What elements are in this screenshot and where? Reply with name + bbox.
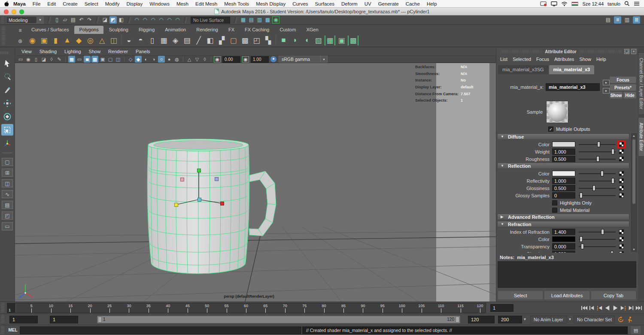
playback-end-field[interactable]: 120 — [468, 316, 495, 323]
view-transform-select[interactable]: sRGB gamma▼ — [279, 56, 328, 63]
render-settings-icon[interactable]: ▩ — [264, 16, 271, 24]
script-editor-icon[interactable]: ▤ — [631, 326, 641, 334]
live-surface-field[interactable]: No Live Surface — [191, 17, 230, 24]
texture-map-icon[interactable] — [619, 178, 624, 183]
hungarian-flag-icon[interactable] — [571, 2, 578, 6]
attribute-editor-menu-help[interactable]: Help — [595, 57, 610, 62]
poly-cube-icon[interactable]: ▣ — [39, 35, 49, 46]
poly-sphere-icon[interactable]: ◉ — [27, 35, 38, 46]
layout-single-pane[interactable]: ▢ — [2, 158, 13, 166]
custom-manipulator-tool[interactable] — [1, 137, 13, 149]
slider-color[interactable] — [579, 142, 616, 147]
slider-knob[interactable] — [611, 178, 614, 184]
wireframe-icon[interactable]: ◇ — [127, 56, 134, 63]
mirror-icon[interactable]: ◰ — [251, 35, 262, 46]
status-line-grip[interactable] — [1, 16, 4, 24]
spotlight-search-icon[interactable] — [624, 1, 630, 6]
scale-tool[interactable] — [1, 124, 13, 136]
panel-menu-view[interactable]: View — [18, 48, 36, 54]
modeling-toolkit-toggle-icon[interactable]: ≣ — [633, 16, 640, 24]
panel-menu-lighting[interactable]: Lighting — [61, 48, 85, 54]
shelf-tab-rendering[interactable]: Rendering — [191, 26, 223, 34]
texture-map-icon[interactable] — [619, 186, 624, 190]
menubar-item-maya[interactable]: Maya — [10, 1, 29, 6]
color-management-icon[interactable]: ● — [270, 56, 276, 62]
menubar-item-file[interactable]: File — [29, 1, 44, 6]
layout-previous[interactable]: ▭ — [2, 222, 13, 230]
attribute-editor-scrollbar[interactable]: ▲ ▼ — [631, 133, 637, 252]
texture-map-icon[interactable] — [619, 244, 624, 249]
value-field-index-of-refraction[interactable]: 1.400 — [552, 229, 575, 235]
slider-glossiness[interactable] — [579, 251, 616, 253]
display-icon[interactable] — [551, 1, 557, 6]
shelf-tab-rigging[interactable]: Rigging — [134, 26, 159, 34]
zoom-window-button[interactable] — [19, 9, 24, 14]
menubar-item-edit[interactable]: Edit — [44, 1, 59, 6]
play-forwards-button[interactable] — [612, 305, 619, 311]
range-options-dropdown-arrow[interactable]: ▼ — [522, 316, 528, 323]
uv-editor-icon[interactable]: ▣ — [336, 35, 347, 46]
slider-glossy-samples[interactable] — [579, 193, 616, 198]
gamma-toggle-icon[interactable]: ◉ — [242, 56, 249, 63]
notification-center-icon[interactable] — [634, 1, 640, 6]
paint-select-tool[interactable] — [1, 84, 13, 96]
slider-knob[interactable] — [611, 149, 614, 154]
mug-mesh[interactable] — [147, 139, 276, 274]
redo-icon[interactable]: ↷ — [86, 16, 93, 24]
attribute-editor-menu-selected[interactable]: Selected — [511, 57, 535, 62]
joint-xray-icon[interactable]: ◊ — [201, 56, 208, 63]
texture-map-icon[interactable] — [619, 193, 624, 198]
shadows-icon[interactable]: ● — [166, 56, 173, 63]
menubar-item-windows[interactable]: Windows — [146, 1, 173, 6]
checkbox-metal-material[interactable] — [552, 208, 557, 213]
xray-icon[interactable]: ▽ — [194, 56, 200, 63]
copy-tab-button[interactable]: Copy Tab — [591, 291, 636, 300]
menubar-item-modify[interactable]: Modify — [102, 1, 123, 6]
slider-color[interactable] — [579, 236, 616, 242]
quad-draw-icon[interactable]: ▞ — [216, 35, 227, 46]
cut-uv-icon[interactable]: ▩ — [348, 36, 358, 45]
current-time-indicator[interactable]: 1 — [7, 303, 16, 313]
command-language-label[interactable]: MEL — [6, 328, 20, 332]
camera-attributes-icon[interactable]: ◉ — [25, 56, 32, 63]
scrollbar-thumb[interactable] — [632, 139, 635, 204]
slider-transparency[interactable] — [579, 244, 616, 249]
panel-menu-panels[interactable]: Panels — [132, 48, 154, 54]
shelf-menu-icon[interactable]: ≡ — [18, 27, 21, 33]
step-forward-key-button[interactable] — [620, 305, 627, 311]
hide-button[interactable]: Hide — [623, 92, 636, 99]
section-header-reflection[interactable]: ▼Reflection — [497, 163, 629, 169]
snap-to-view-plane-icon[interactable]: ◠ — [166, 16, 173, 24]
manip-handle-green[interactable] — [197, 169, 201, 172]
gamma-field[interactable]: 1.00 — [251, 56, 269, 63]
planar-mapping-icon[interactable]: ■ — [278, 35, 289, 46]
layout-persp-uv[interactable]: ◰ — [2, 211, 13, 220]
play-backwards-button[interactable] — [604, 305, 611, 311]
slider-reflectivity[interactable] — [579, 178, 616, 184]
manip-handle-red[interactable] — [220, 202, 224, 205]
range-slider-grip[interactable] — [1, 315, 4, 324]
go-to-start-button[interactable] — [581, 305, 588, 311]
node-name-field[interactable]: mia_material_x3 — [546, 83, 600, 91]
menubar-item-edit-mesh[interactable]: Edit Mesh — [192, 1, 221, 6]
isolate-select-icon[interactable]: △ — [186, 56, 193, 63]
range-start-handle[interactable] — [98, 317, 102, 323]
shelf-tab-custom[interactable]: Custom — [275, 26, 301, 34]
scrollbar-down-icon[interactable]: ▼ — [632, 248, 636, 251]
tool-settings-toggle-icon[interactable]: ≡ — [614, 16, 621, 24]
render-current-frame-icon[interactable]: ▤ — [248, 16, 255, 24]
attribute-editor-menu-list[interactable]: List — [499, 57, 511, 62]
scrollbar-up-icon[interactable]: ▲ — [632, 134, 636, 137]
shaded-icon[interactable]: ◆ — [135, 56, 142, 63]
color-swatch-color[interactable] — [552, 142, 575, 147]
select-object-icon[interactable]: ◩ — [109, 16, 117, 24]
select-button[interactable]: Select — [498, 291, 543, 300]
output-connection-icon[interactable]: ▸ — [603, 88, 610, 94]
value-field-weight[interactable]: 1.000 — [552, 148, 575, 155]
section-expand-icon[interactable]: ▼ — [501, 164, 504, 168]
select-tool[interactable] — [1, 57, 13, 69]
multiple-outputs-checkbox[interactable]: ✓ — [548, 127, 553, 132]
slider-knob[interactable] — [596, 156, 599, 162]
value-field-glossy-samples[interactable]: 0 — [552, 192, 575, 199]
shelf-tab-polygons[interactable]: Polygons — [74, 26, 103, 34]
